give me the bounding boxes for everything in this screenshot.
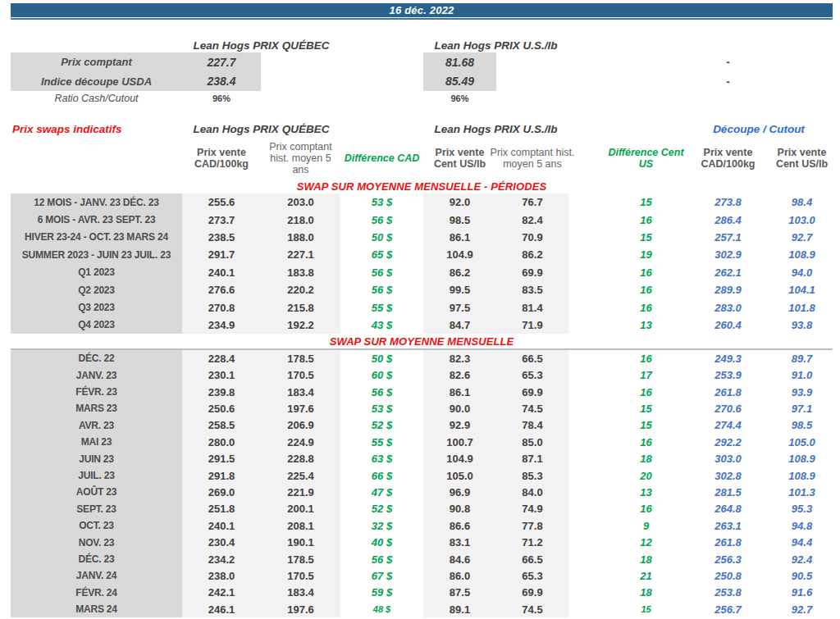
- spacer-cell: [568, 601, 607, 617]
- difference-cad-value: 52 $: [340, 417, 423, 434]
- table-row: FÉVR. 23 239.8 183.4 56 $ 86.1 69.9 16 2…: [11, 384, 833, 400]
- spacer-cell: [568, 450, 607, 467]
- prix-comptant-hist-cad-value: 220.2: [261, 281, 340, 298]
- prix-vente-cad-value: 251.8: [182, 501, 261, 517]
- prix-vente-us-value: 89.1: [423, 601, 496, 617]
- spacer-cell: [568, 298, 607, 316]
- prix-vente-us-value: 86.0: [423, 567, 496, 584]
- period-label: Q4 2023: [11, 316, 182, 334]
- spacer-cell: [11, 38, 182, 52]
- difference-us-value: 9: [607, 517, 685, 534]
- prix-vente-cad-value: 273.7: [182, 211, 261, 228]
- prix-comptant-hist-us-value: 74.5: [496, 400, 568, 416]
- section-band-mensuelle: SWAP SUR MOYENNE MENSUELLE: [11, 334, 833, 348]
- prix-vente-cad-value: 234.9: [182, 316, 261, 334]
- prix-comptant-hist-us-value: 69.9: [496, 585, 568, 601]
- prix-comptant-hist-us-value: 87.1: [496, 450, 568, 467]
- spot-qc-value: 238.4: [182, 72, 261, 92]
- cutout-prix-vente-us-value: 108.9: [771, 467, 833, 484]
- prix-comptant-hist-cad-value: 203.0: [261, 193, 340, 211]
- cutout-prix-vente-us-value: 89.7: [771, 350, 833, 366]
- difference-cad-value: 40 $: [340, 534, 423, 550]
- cutout-prix-vente-cad-value: 264.8: [685, 501, 771, 517]
- swaps-quebec-header: Lean Hogs PRIX QUÉBEC: [182, 121, 340, 136]
- spacer-cell: [607, 52, 685, 72]
- period-label: HIVER 23-24 - OCT. 23 MARS 24: [11, 229, 182, 246]
- difference-cad-value: 63 $: [340, 450, 423, 467]
- difference-cad-value: 50 $: [340, 350, 423, 366]
- spacer-cell: [568, 534, 607, 550]
- prix-vente-us-value: 96.9: [423, 484, 496, 500]
- difference-us-value: 15: [607, 229, 685, 246]
- prix-comptant-hist-us-value: 82.4: [496, 211, 568, 228]
- period-label: JUIN 23: [11, 450, 182, 467]
- difference-cad-value: 56 $: [340, 264, 423, 281]
- table-row: 12 MOIS - JANV. 23 DÉC. 23 255.6 203.0 5…: [11, 193, 833, 211]
- table-row: AVR. 23 258.5 206.9 52 $ 92.9 78.4 15 27…: [11, 417, 833, 434]
- period-label: NOV. 23: [11, 534, 182, 550]
- prix-vente-us-value: 105.0: [423, 467, 496, 484]
- prix-comptant-hist-us-value: 65.3: [496, 567, 568, 584]
- period-label: Q3 2023: [11, 298, 182, 316]
- spacer-cell: [568, 467, 607, 484]
- prix-comptant-hist-us-value: 74.9: [496, 501, 568, 517]
- cutout-prix-vente-cad-value: 261.8: [685, 384, 771, 400]
- prix-vente-cad-value: 250.6: [182, 400, 261, 416]
- table-row: MARS 24 246.1 197.6 48 $ 89.1 74.5 15 25…: [11, 601, 833, 617]
- table-row: Q1 2023 240.1 183.8 56 $ 86.2 69.9 16 26…: [11, 264, 833, 281]
- prix-comptant-hist-us-value: 71.2: [496, 534, 568, 550]
- difference-cad-value: 67 $: [340, 567, 423, 584]
- cutout-prix-vente-cad-value: 302.9: [685, 246, 771, 263]
- spacer-cell: [568, 400, 607, 416]
- spot-us-header: Lean Hogs PRIX U.S./lb: [423, 38, 568, 52]
- spacer-cell: [261, 52, 340, 72]
- spacer-cell: [568, 585, 607, 601]
- prix-comptant-hist-us-value: 84.0: [496, 484, 568, 500]
- prix-vente-us-value: 92.0: [423, 193, 496, 211]
- spot-us-value: 81.68: [423, 52, 496, 72]
- cutout-prix-vente-us-value: 101.3: [771, 484, 833, 500]
- difference-cad-value: 55 $: [340, 298, 423, 316]
- table-row: FÉVR. 24 242.1 183.4 59 $ 87.5 69.9 18 2…: [11, 585, 833, 601]
- swaps-us-header: Lean Hogs PRIX U.S./lb: [423, 121, 568, 136]
- prix-comptant-hist-cad-value: 188.0: [261, 229, 340, 246]
- difference-us-value: 18: [607, 450, 685, 467]
- periods-table: 12 MOIS - JANV. 23 DÉC. 23 255.6 203.0 5…: [11, 193, 833, 334]
- spot-row-prix-comptant: Prix comptant 227.7 81.68 -: [11, 52, 833, 72]
- difference-cad-value: 48 $: [340, 601, 423, 617]
- cutout-prix-vente-us-value: 98.5: [771, 417, 833, 434]
- cutout-prix-vente-us-value: 90.5: [771, 567, 833, 584]
- table-row: DÉC. 23 234.2 178.5 56 $ 84.6 66.5 18 25…: [11, 551, 833, 567]
- prix-vente-cad-value: 240.1: [182, 264, 261, 281]
- period-label: FÉVR. 24: [11, 585, 182, 601]
- cutout-prix-vente-us-value: 94.0: [771, 264, 833, 281]
- spot-row-label: Prix comptant: [11, 52, 182, 72]
- difference-us-value: 15: [607, 417, 685, 434]
- prix-comptant-hist-us-value: 85.3: [496, 467, 568, 484]
- spacer-cell: [340, 91, 423, 106]
- prix-vente-us-value: 84.6: [423, 551, 496, 567]
- prix-comptant-hist-us-value: 83.5: [496, 281, 568, 298]
- difference-cad-value: 56 $: [340, 551, 423, 567]
- difference-us-value: 16: [607, 501, 685, 517]
- cutout-prix-vente-us-value: 92.7: [771, 229, 833, 246]
- spacer-cell: [568, 434, 607, 450]
- spacer-cell: [771, 52, 833, 72]
- difference-cad-value: 60 $: [340, 367, 423, 384]
- cutout-prix-vente-cad-value: 263.1: [685, 517, 771, 534]
- difference-us-value: 16: [607, 350, 685, 366]
- prix-vente-cad-value: 230.1: [182, 367, 261, 384]
- prix-comptant-hist-us-value: 71.9: [496, 316, 568, 334]
- spot-label-value-block: Indice découpe USDA 238.4: [11, 72, 261, 92]
- col-header-hist-us: Prix comptant hist. moyen 5 ans: [479, 147, 586, 170]
- period-label: DÉC. 23: [11, 551, 182, 567]
- period-label: AVR. 23: [11, 417, 182, 434]
- prix-vente-cad-value: 238.5: [182, 229, 261, 246]
- table-row: JUIL. 23 291.8 225.4 66 $ 105.0 85.3 20 …: [11, 467, 833, 484]
- prix-comptant-hist-us-value: 86.2: [496, 246, 568, 263]
- cutout-prix-vente-us-value: 105.0: [771, 434, 833, 450]
- difference-cad-value: 59 $: [340, 585, 423, 601]
- spacer-cell: [568, 484, 607, 500]
- cutout-prix-vente-cad-value: 283.0: [685, 298, 771, 316]
- table-row: 6 MOIS - AVR. 23 SEPT. 23 273.7 218.0 56…: [11, 211, 833, 228]
